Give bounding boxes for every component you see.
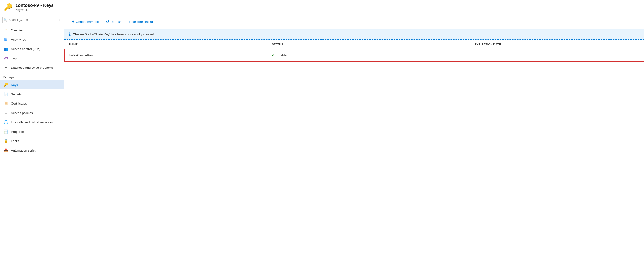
access-policies-icon: ≡ (4, 110, 8, 115)
sidebar-item-keys[interactable]: 🔑 Keys (0, 80, 64, 90)
col-header-expiration: EXPIRATION DATE (470, 40, 644, 49)
sidebar-item-label: Overview (11, 28, 24, 32)
col-header-name: NAME (64, 40, 267, 49)
key-vault-icon: 🔑 (4, 3, 12, 11)
sidebar-item-label: Tags (11, 56, 18, 60)
sidebar-item-activity-log[interactable]: ▦ Activity log (0, 35, 64, 44)
sidebar-item-label: Keys (11, 83, 18, 87)
checkmark-icon: ✔ (272, 53, 275, 57)
refresh-icon: ↺ (106, 20, 109, 24)
key-expiration-cell (470, 49, 644, 61)
notification-message: The key 'kafkaClusterKey' has been succe… (73, 32, 155, 36)
key-name-cell: kafkaClusterKey (64, 49, 267, 61)
diagnose-icon: ✱ (4, 65, 8, 70)
info-icon: ℹ (69, 32, 71, 37)
tags-icon: 🏷 (4, 56, 8, 60)
sidebar-item-label: Properties (11, 130, 26, 134)
sidebar-item-firewalls[interactable]: 🌐 Firewalls and virtual networks (0, 118, 64, 127)
generate-import-label: Generate/Import (76, 20, 99, 24)
sidebar-item-label: Firewalls and virtual networks (11, 120, 53, 124)
refresh-button[interactable]: ↺ Refresh (103, 18, 125, 26)
sidebar-item-label: Activity log (11, 38, 26, 42)
page-subtitle: Key vault (16, 8, 54, 12)
sidebar-item-automation[interactable]: 📥 Automation script (0, 146, 64, 155)
sidebar-item-label: Certificates (11, 102, 27, 106)
sidebar-item-label: Access control (IAM) (11, 47, 40, 51)
sidebar-item-access-policies[interactable]: ≡ Access policies (0, 108, 64, 118)
col-header-status: STATUS (267, 40, 470, 49)
toolbar: + Generate/Import ↺ Refresh ↑ Restore Ba… (64, 15, 644, 29)
locks-icon: 🔒 (4, 138, 8, 144)
sidebar-item-label: Diagnose and solve problems (11, 66, 53, 70)
sidebar-item-certificates[interactable]: 📜 Certificates (0, 99, 64, 108)
sidebar-item-tags[interactable]: 🏷 Tags (0, 54, 64, 63)
activity-log-icon: ▦ (4, 37, 8, 42)
table-header-row: NAME STATUS EXPIRATION DATE (64, 40, 644, 49)
automation-icon: 📥 (4, 148, 8, 153)
generate-import-icon: + (72, 19, 75, 24)
sidebar-nav: ⊙ Overview ▦ Activity log 👥 Access contr… (0, 26, 64, 72)
refresh-label: Refresh (110, 20, 122, 24)
search-input[interactable] (2, 17, 56, 23)
iam-icon: 👥 (4, 46, 8, 51)
sidebar-item-secrets[interactable]: 📄 Secrets (0, 90, 64, 99)
sidebar-search-area: « (0, 15, 64, 26)
table-row[interactable]: kafkaClusterKey ✔ Enabled (64, 49, 644, 61)
sidebar-item-label: Secrets (11, 92, 22, 96)
restore-backup-button[interactable]: ↑ Restore Backup (126, 18, 158, 26)
page-title: contoso-kv - Keys (16, 3, 54, 8)
firewalls-icon: 🌐 (4, 120, 8, 125)
collapse-button[interactable]: « (58, 18, 61, 22)
sidebar-item-label: Automation script (11, 148, 36, 152)
generate-import-button[interactable]: + Generate/Import (69, 18, 102, 26)
sidebar-settings-nav: 🔑 Keys 📄 Secrets 📜 Certificates ≡ Access… (0, 80, 64, 155)
settings-section-label: Settings (0, 72, 64, 80)
keys-table: NAME STATUS EXPIRATION DATE kafkaCluster… (64, 40, 644, 62)
restore-backup-icon: ↑ (128, 20, 130, 24)
sidebar-item-label: Locks (11, 139, 19, 143)
sidebar-item-access-control[interactable]: 👥 Access control (IAM) (0, 44, 64, 54)
certificates-icon: 📜 (4, 101, 8, 106)
keys-icon: 🔑 (4, 82, 8, 87)
main-content: + Generate/Import ↺ Refresh ↑ Restore Ba… (64, 15, 644, 272)
sidebar-item-properties[interactable]: 📊 Properties (0, 127, 64, 136)
status-label: Enabled (276, 54, 288, 57)
sidebar-item-locks[interactable]: 🔒 Locks (0, 136, 64, 146)
overview-icon: ⊙ (4, 28, 8, 32)
keys-table-container: NAME STATUS EXPIRATION DATE kafkaCluster… (64, 40, 644, 272)
notification-banner: ℹ The key 'kafkaClusterKey' has been suc… (64, 29, 644, 40)
sidebar-item-label: Access policies (11, 111, 33, 115)
secrets-icon: 📄 (4, 92, 8, 96)
page-header: 🔑 contoso-kv - Keys Key vault (0, 0, 644, 15)
search-wrap (2, 17, 56, 23)
sidebar: « ⊙ Overview ▦ Activity log 👥 Access con… (0, 15, 64, 272)
sidebar-item-diagnose[interactable]: ✱ Diagnose and solve problems (0, 63, 64, 72)
status-enabled: ✔ Enabled (272, 53, 465, 57)
properties-icon: 📊 (4, 129, 8, 134)
sidebar-item-overview[interactable]: ⊙ Overview (0, 26, 64, 35)
restore-backup-label: Restore Backup (132, 20, 155, 24)
key-status-cell: ✔ Enabled (267, 49, 470, 61)
